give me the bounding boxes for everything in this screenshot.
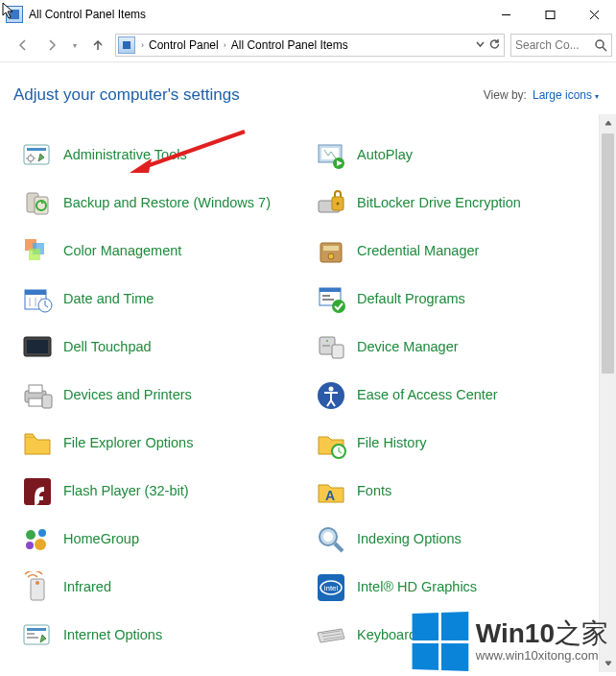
breadcrumb-sep: › bbox=[222, 40, 228, 50]
item-flash-player[interactable]: Flash Player (32-bit) bbox=[17, 468, 305, 516]
item-intel-graphics[interactable]: intel Intel® HD Graphics bbox=[311, 564, 599, 612]
item-fonts[interactable]: A Fonts bbox=[311, 468, 599, 516]
item-label: Backup and Restore (Windows 7) bbox=[63, 195, 271, 211]
item-backup-restore[interactable]: Backup and Restore (Windows 7) bbox=[17, 180, 305, 228]
scroll-up-button[interactable] bbox=[600, 114, 616, 132]
search-input[interactable]: Search Co... bbox=[510, 34, 612, 57]
search-icon bbox=[595, 39, 607, 52]
view-by-label: View by: bbox=[484, 88, 527, 102]
items-grid: Administrative Tools AutoPlay Backup and… bbox=[0, 114, 599, 672]
flash-player-icon bbox=[21, 475, 54, 508]
svg-rect-36 bbox=[322, 299, 334, 301]
item-bitlocker[interactable]: BitLocker Drive Encryption bbox=[311, 180, 599, 228]
infrared-icon bbox=[21, 571, 54, 604]
recent-locations-button[interactable]: ▾ bbox=[69, 41, 81, 50]
breadcrumb-control-panel[interactable]: Control Panel bbox=[146, 38, 222, 52]
item-label: Default Programs bbox=[357, 291, 465, 307]
svg-point-56 bbox=[26, 542, 34, 549]
item-ease-of-access[interactable]: Ease of Access Center bbox=[311, 372, 599, 420]
file-history-icon bbox=[315, 427, 347, 460]
svg-rect-34 bbox=[320, 288, 341, 292]
svg-rect-39 bbox=[27, 340, 48, 353]
item-credential-manager[interactable]: Credential Manager bbox=[311, 228, 599, 276]
dell-touchpad-icon bbox=[21, 331, 54, 364]
watermark-url: www.win10xitong.com bbox=[476, 649, 608, 663]
address-bar[interactable]: › Control Panel › All Control Panel Item… bbox=[115, 34, 505, 57]
devices-printers-icon bbox=[21, 379, 54, 412]
item-label: File History bbox=[357, 435, 427, 451]
item-default-programs[interactable]: Default Programs bbox=[311, 276, 599, 324]
refresh-button[interactable] bbox=[489, 38, 500, 52]
svg-point-5 bbox=[596, 40, 604, 48]
item-infrared[interactable]: Infrared bbox=[17, 564, 305, 612]
item-device-manager[interactable]: Device Manager bbox=[311, 324, 599, 372]
view-by-dropdown[interactable]: Large icons▾ bbox=[533, 88, 599, 102]
window-controls bbox=[484, 1, 616, 28]
svg-rect-35 bbox=[322, 295, 330, 297]
window-title: All Control Panel Items bbox=[29, 8, 146, 21]
svg-rect-41 bbox=[332, 345, 344, 358]
color-management-icon bbox=[21, 235, 54, 268]
svg-rect-8 bbox=[27, 148, 46, 151]
scrollbar-thumb[interactable] bbox=[602, 133, 614, 374]
item-color-management[interactable]: Color Management bbox=[17, 228, 305, 276]
svg-rect-43 bbox=[322, 345, 330, 347]
item-internet-options[interactable]: Internet Options bbox=[17, 612, 305, 660]
item-devices-printers[interactable]: Devices and Printers bbox=[17, 372, 305, 420]
svg-rect-26 bbox=[25, 290, 46, 295]
item-file-history[interactable]: File History bbox=[311, 420, 599, 468]
svg-point-42 bbox=[326, 340, 328, 342]
breadcrumb-all-items[interactable]: All Control Panel Items bbox=[228, 38, 351, 52]
page-subtitle: Adjust your computer's settings bbox=[13, 85, 240, 105]
svg-rect-67 bbox=[27, 633, 35, 635]
item-label: Date and Time bbox=[63, 291, 154, 307]
item-label: Internet Options bbox=[63, 627, 162, 643]
date-time-icon bbox=[21, 283, 54, 316]
item-label: Color Management bbox=[63, 243, 181, 259]
item-label: AutoPlay bbox=[357, 147, 413, 163]
maximize-button[interactable] bbox=[528, 1, 572, 28]
item-file-explorer-options[interactable]: File Explorer Options bbox=[17, 420, 305, 468]
item-label: Indexing Options bbox=[357, 531, 462, 547]
vertical-scrollbar[interactable] bbox=[599, 114, 616, 672]
back-button[interactable] bbox=[12, 34, 35, 57]
title-bar: All Control Panel Items bbox=[0, 0, 616, 29]
item-indexing-options[interactable]: Indexing Options bbox=[311, 516, 599, 564]
item-label: Intel® HD Graphics bbox=[357, 579, 477, 595]
item-dell-touchpad[interactable]: Dell Touchpad bbox=[17, 324, 305, 372]
header-row: Adjust your computer's settings View by:… bbox=[0, 62, 616, 114]
forward-button[interactable] bbox=[40, 34, 63, 57]
svg-rect-45 bbox=[29, 385, 42, 393]
svg-rect-1 bbox=[546, 11, 555, 18]
administrative-tools-icon bbox=[21, 139, 54, 172]
item-label: File Explorer Options bbox=[63, 435, 193, 451]
default-programs-icon bbox=[315, 283, 347, 316]
svg-point-54 bbox=[38, 529, 46, 537]
close-button[interactable] bbox=[572, 1, 616, 28]
svg-point-61 bbox=[36, 581, 39, 585]
item-label: Administrative Tools bbox=[63, 147, 187, 163]
search-placeholder: Search Co... bbox=[515, 38, 595, 52]
item-date-time[interactable]: Date and Time bbox=[17, 276, 305, 324]
intel-graphics-icon: intel bbox=[315, 571, 347, 604]
svg-point-24 bbox=[328, 254, 334, 259]
item-label: Infrared bbox=[63, 579, 111, 595]
watermark: Win10之家 www.win10xitong.com bbox=[411, 613, 608, 670]
item-autoplay[interactable]: AutoPlay bbox=[311, 132, 599, 180]
device-manager-icon bbox=[315, 331, 347, 364]
internet-options-icon bbox=[21, 619, 54, 652]
item-label: Keyboard bbox=[357, 627, 416, 643]
minimize-button[interactable] bbox=[484, 1, 528, 28]
up-button[interactable] bbox=[86, 34, 109, 57]
svg-rect-46 bbox=[29, 398, 42, 406]
item-homegroup[interactable]: HomeGroup bbox=[17, 516, 305, 564]
breadcrumb-sep: › bbox=[139, 40, 146, 50]
item-label: BitLocker Drive Encryption bbox=[357, 195, 521, 211]
ease-of-access-icon bbox=[315, 379, 347, 412]
item-label: Device Manager bbox=[357, 339, 459, 355]
item-administrative-tools[interactable]: Administrative Tools bbox=[17, 132, 305, 180]
item-label: HomeGroup bbox=[63, 531, 139, 547]
item-label: Credential Manager bbox=[357, 243, 479, 259]
svg-rect-21 bbox=[29, 249, 40, 260]
address-dropdown-button[interactable] bbox=[475, 38, 486, 52]
